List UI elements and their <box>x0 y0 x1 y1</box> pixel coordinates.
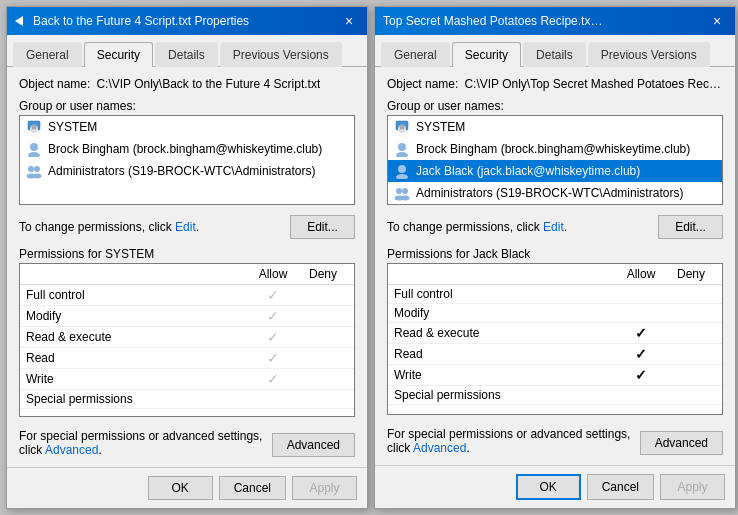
perms-title-1: Permissions for SYSTEM <box>19 247 355 261</box>
perm-row-modify-1: Modify ✓ <box>20 306 354 327</box>
edit-button-1[interactable]: Edit... <box>290 215 355 239</box>
perm-row-fullcontrol-1: Full control ✓ <box>20 285 354 306</box>
list-item-brock-2[interactable]: Brock Bingham (brock.bingham@whiskeytime… <box>388 138 722 160</box>
perm-row-special-1: Special permissions <box>20 390 354 409</box>
perm-row-modify-2: Modify <box>388 304 722 323</box>
svg-point-2 <box>32 125 37 130</box>
change-perms-row-1: To change permissions, click Edit. Edit.… <box>19 215 355 239</box>
tab-details-2[interactable]: Details <box>523 42 586 67</box>
perm-name-read-2: Read <box>394 347 616 361</box>
cancel-button-2[interactable]: Cancel <box>587 474 654 500</box>
change-perms-text-2: To change permissions, click Edit. <box>387 220 567 234</box>
perm-name-write-1: Write <box>26 372 248 386</box>
edit-link-2[interactable]: Edit <box>543 220 564 234</box>
list-item-label-admin-2: Administrators (S19-BROCK-WTC\Administra… <box>416 186 683 200</box>
user-list-2[interactable]: SYSTEM Brock Bingham (brock.bingham@whis… <box>387 115 723 205</box>
list-item-label-jack-2: Jack Black (jack.black@whiskeytime.club) <box>416 164 640 178</box>
user-icon-admin-1 <box>26 163 42 179</box>
user-icon-brock-1 <box>26 141 42 157</box>
perm-allow-modify-1: ✓ <box>248 308 298 324</box>
perm-name-fullcontrol-2: Full control <box>394 287 616 301</box>
ok-button-2[interactable]: OK <box>516 474 581 500</box>
back-arrow-icon-1 <box>15 16 23 26</box>
perms-col-allow-header-2: Allow <box>616 267 666 281</box>
list-item-system-2[interactable]: SYSTEM <box>388 116 722 138</box>
list-item-system-1[interactable]: SYSTEM <box>20 116 354 138</box>
list-item-label-admin-1: Administrators (S19-BROCK-WTC\Administra… <box>48 164 315 178</box>
list-item-label-brock-2: Brock Bingham (brock.bingham@whiskeytime… <box>416 142 690 156</box>
change-perms-row-2: To change permissions, click Edit. Edit.… <box>387 215 723 239</box>
perm-allow-readexec-2: ✓ <box>616 325 666 341</box>
title-bar-1: Back to the Future 4 Script.txt Properti… <box>7 7 367 35</box>
tab-previous-versions-1[interactable]: Previous Versions <box>220 42 342 67</box>
object-name-value-2: C:\VIP Only\Top Secret Mashed Potatoes R… <box>464 77 723 91</box>
list-item-admin-2[interactable]: Administrators (S19-BROCK-WTC\Administra… <box>388 182 722 204</box>
tab-previous-versions-2[interactable]: Previous Versions <box>588 42 710 67</box>
perms-title-2: Permissions for Jack Black <box>387 247 723 261</box>
edit-link-1[interactable]: Edit <box>175 220 196 234</box>
perms-section-2: Permissions for Jack Black Allow Deny Fu… <box>387 247 723 415</box>
tab-general-1[interactable]: General <box>13 42 82 67</box>
perm-row-readexec-1: Read & execute ✓ <box>20 327 354 348</box>
perms-col-name-header-1 <box>26 267 248 281</box>
perm-name-modify-1: Modify <box>26 309 248 323</box>
advanced-button-2[interactable]: Advanced <box>640 431 723 455</box>
apply-button-1[interactable]: Apply <box>292 476 357 500</box>
user-icon-system-2 <box>394 119 410 135</box>
svg-point-17 <box>402 188 408 194</box>
svg-point-8 <box>33 174 42 179</box>
tab-general-2[interactable]: General <box>381 42 450 67</box>
edit-button-2[interactable]: Edit... <box>658 215 723 239</box>
perm-name-readexec-2: Read & execute <box>394 326 616 340</box>
list-item-admin-1[interactable]: Administrators (S19-BROCK-WTC\Administra… <box>20 160 354 182</box>
perm-name-fullcontrol-1: Full control <box>26 288 248 302</box>
ok-button-1[interactable]: OK <box>148 476 213 500</box>
dialog2: Top Secret Mashed Potatoes Recipe.txt Pr… <box>374 6 736 509</box>
dialog1-title: Back to the Future 4 Script.txt Properti… <box>33 14 249 28</box>
user-list-1[interactable]: SYSTEM Brock Bingham (brock.bingham@whis… <box>19 115 355 205</box>
perms-col-allow-header-1: Allow <box>248 267 298 281</box>
perm-allow-write-2: ✓ <box>616 367 666 383</box>
tab-details-1[interactable]: Details <box>155 42 218 67</box>
tab-security-1[interactable]: Security <box>84 42 153 67</box>
perm-row-read-2: Read ✓ <box>388 344 722 365</box>
dialog1: Back to the Future 4 Script.txt Properti… <box>6 6 368 509</box>
perms-header-1: Allow Deny <box>20 264 354 285</box>
apply-button-2[interactable]: Apply <box>660 474 725 500</box>
cancel-button-1[interactable]: Cancel <box>219 476 286 500</box>
perms-col-deny-header-1: Deny <box>298 267 348 281</box>
list-item-label-system-1: SYSTEM <box>48 120 97 134</box>
advanced-row-1: For special permissions or advanced sett… <box>19 429 355 457</box>
advanced-text-1: For special permissions or advanced sett… <box>19 429 262 457</box>
dialog2-title: Top Secret Mashed Potatoes Recipe.txt Pr… <box>383 14 603 28</box>
advanced-row-2: For special permissions or advanced sett… <box>387 427 723 455</box>
perms-col-name-header-2 <box>394 267 616 281</box>
tab-security-2[interactable]: Security <box>452 42 521 67</box>
back-button-1[interactable] <box>15 16 27 26</box>
group-label-1: Group or user names: <box>19 99 355 113</box>
perms-table-1: Allow Deny Full control ✓ Modify ✓ Read … <box>19 263 355 417</box>
change-perms-text-1: To change permissions, click Edit. <box>19 220 199 234</box>
svg-point-13 <box>396 152 408 157</box>
perm-row-write-1: Write ✓ <box>20 369 354 390</box>
close-button-2[interactable]: × <box>707 11 727 31</box>
list-item-brock-1[interactable]: Brock Bingham (brock.bingham@whiskeytime… <box>20 138 354 160</box>
perm-name-read-1: Read <box>26 351 248 365</box>
advanced-link-2[interactable]: Advanced <box>413 441 466 455</box>
object-name-label-1: Object name: <box>19 77 90 91</box>
perm-name-special-1: Special permissions <box>26 392 248 406</box>
svg-point-4 <box>28 152 40 157</box>
advanced-link-1[interactable]: Advanced <box>45 443 98 457</box>
perm-allow-read-1: ✓ <box>248 350 298 366</box>
tab-bar-1: General Security Details Previous Versio… <box>7 35 367 67</box>
close-button-1[interactable]: × <box>339 11 359 31</box>
perm-row-read-1: Read ✓ <box>20 348 354 369</box>
perm-allow-read-2: ✓ <box>616 346 666 362</box>
perm-row-special-2: Special permissions <box>388 386 722 405</box>
perm-name-readexec-1: Read & execute <box>26 330 248 344</box>
list-item-jack-2[interactable]: Jack Black (jack.black@whiskeytime.club) <box>388 160 722 182</box>
advanced-button-1[interactable]: Advanced <box>272 433 355 457</box>
svg-point-12 <box>398 143 406 151</box>
title-bar-left-1: Back to the Future 4 Script.txt Properti… <box>15 14 249 28</box>
perm-name-write-2: Write <box>394 368 616 382</box>
